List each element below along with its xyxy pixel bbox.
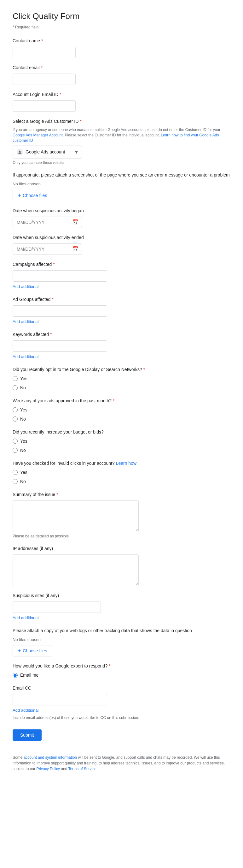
contact-name-input[interactable] [12,47,76,58]
dropdown-arrow-icon: ▾ [75,148,78,156]
customer-id-label: Select a Google Ads Customer ID * [12,118,231,125]
keywords-affected-input[interactable] [12,340,107,352]
ads-approved-yes-option[interactable]: Yes [12,407,231,413]
page-container: Click Quality Form * Required field Cont… [0,0,243,784]
opted-networks-no-label: No [20,384,26,391]
web-logs-attach-label: Please attach a copy of your web logs or… [12,627,231,634]
ip-addresses-input[interactable] [12,554,139,586]
ads-approved-no-label: No [20,416,26,423]
response-method-radio-group: Email me [12,672,231,679]
google-account-selector[interactable]: Google Ads account ▾ [12,146,82,158]
opted-networks-no-option[interactable]: No [12,384,231,391]
choose-files-label-2: Choose files [23,648,47,653]
account-system-info-link[interactable]: account and system information [24,755,77,760]
ads-approved-yes-radio[interactable] [12,407,18,412]
activity-end-wrapper: 📅 [12,243,82,255]
manager-account-link[interactable]: Google Ads Manager Account [12,133,63,137]
ads-approved-no-option[interactable]: No [12,416,231,423]
ads-approved-label: Were any of your ads approved in the pas… [12,398,231,404]
learn-how-link[interactable]: Learn how [116,461,136,466]
choose-files-label-1: Choose files [23,193,47,198]
opted-networks-yes-radio[interactable] [12,376,18,381]
ad-groups-affected-input[interactable] [12,305,107,317]
opted-networks-no-radio[interactable] [12,385,18,390]
ip-addresses-label: IP addresses (if any) [12,545,231,552]
web-logs-attach-section: Please attach a copy of your web logs or… [12,627,231,657]
customer-id-description: If you are an agency or someone who mana… [12,127,231,143]
choose-files-button-2[interactable]: + Choose files [12,645,52,656]
email-me-option[interactable]: Email me [12,672,231,679]
invalid-clicks-no-option[interactable]: No [12,478,231,485]
budget-yes-radio[interactable] [12,439,18,444]
email-cc-input[interactable] [12,694,107,705]
account-login-email-label: Account Login Email ID * [12,91,231,98]
ad-groups-affected-label: Ad Groups affected * [12,296,231,303]
opted-into-networks-section: Did you recently opt in to the Google Di… [12,366,231,391]
invalid-clicks-yes-option[interactable]: Yes [12,469,231,476]
no-files-text-2: No files chosen [12,637,231,643]
contact-email-section: Contact email * [12,64,231,85]
budget-yes-option[interactable]: Yes [12,438,231,444]
opted-into-networks-label: Did you recently opt in to the Google Di… [12,366,231,373]
footer-text: Some account and system information will… [12,755,231,772]
svg-point-0 [19,151,21,152]
contact-email-input[interactable] [12,73,76,85]
account-login-email-input[interactable] [12,100,76,112]
activity-start-section: Date when suspicious activity began 📅 [12,208,231,228]
suspicious-sites-label: Suspicious sites (if any) [12,592,231,599]
privacy-policy-link[interactable]: Privacy Policy [36,767,60,771]
opted-into-networks-radio-group: Yes No [12,375,231,391]
person-icon [18,150,22,154]
ads-approved-yes-label: Yes [20,407,27,413]
suspicious-sites-add-additional-link[interactable]: Add additional [12,615,38,621]
ads-approved-section: Were any of your ads approved in the pas… [12,398,231,423]
keywords-affected-label: Keywords affected * [12,331,231,338]
campaigns-affected-label: Campaigns affected * [12,261,231,268]
account-text: Google Ads account [26,149,75,155]
suspicious-sites-input[interactable] [12,601,101,613]
email-cc-label: Email CC [12,685,231,691]
activity-start-wrapper: 📅 [12,217,82,228]
invalid-clicks-yes-radio[interactable] [12,470,18,475]
choose-files-button-1[interactable]: + Choose files [12,190,52,201]
ads-approved-radio-group: Yes No [12,407,231,423]
email-cc-helper-text: Include email address(es) of those you w… [12,715,231,720]
campaigns-add-additional-link[interactable]: Add additional [12,283,38,290]
activity-start-label: Date when suspicious activity began [12,208,231,214]
campaigns-affected-input[interactable] [12,270,107,282]
submit-button[interactable]: Submit [12,730,42,741]
email-me-label: Email me [20,672,38,679]
email-me-radio[interactable] [12,673,18,678]
invalid-clicks-yes-label: Yes [20,469,27,476]
increased-budget-radio-group: Yes No [12,438,231,454]
keywords-add-additional-link[interactable]: Add additional [12,354,38,360]
email-cc-section: Email CC Add additional Include email ad… [12,685,231,720]
increased-budget-section: Did you recently increase your budget or… [12,429,231,454]
budget-no-radio[interactable] [12,448,18,453]
keywords-affected-section: Keywords affected * Add additional [12,331,231,360]
contact-name-section: Contact name * [12,38,231,58]
only-you-text: Only you can see these results [12,160,231,165]
activity-end-input[interactable] [12,243,82,255]
account-login-email-section: Account Login Email ID * [12,91,231,112]
opted-networks-yes-label: Yes [20,375,27,382]
no-files-text-1: No files chosen [12,181,231,187]
activity-start-input[interactable] [12,217,82,228]
submit-section: Submit [12,727,231,747]
plus-icon-2: + [18,648,21,654]
ad-groups-add-additional-link[interactable]: Add additional [12,319,38,325]
activity-end-section: Date when suspicious activity ended 📅 [12,234,231,255]
campaigns-affected-section: Campaigns affected * Add additional [12,261,231,290]
budget-no-label: No [20,447,26,454]
terms-of-service-link[interactable]: Terms of Service [68,767,97,771]
email-cc-add-additional-link[interactable]: Add additional [12,707,38,714]
summary-section: Summary of the issue * Please be as deta… [12,491,231,539]
summary-input[interactable] [12,500,139,532]
ads-approved-no-radio[interactable] [12,416,18,422]
response-method-section: How would you like a Google expert to re… [12,663,231,679]
customer-id-section: Select a Google Ads Customer ID * If you… [12,118,231,165]
budget-yes-label: Yes [20,438,27,444]
invalid-clicks-no-radio[interactable] [12,479,18,484]
budget-no-option[interactable]: No [12,447,231,454]
opted-networks-yes-option[interactable]: Yes [12,375,231,382]
